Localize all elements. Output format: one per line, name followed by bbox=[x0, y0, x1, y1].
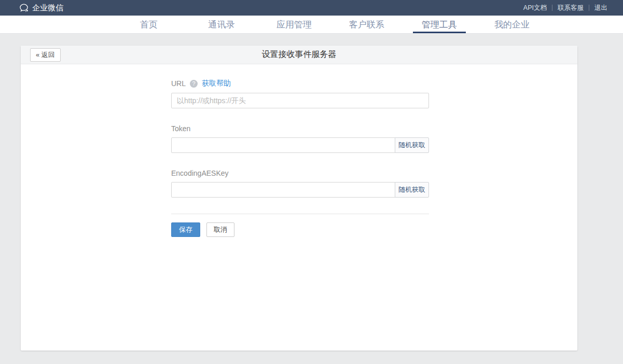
aeskey-input[interactable] bbox=[171, 182, 395, 198]
token-label-row: Token bbox=[171, 124, 429, 133]
help-icon[interactable] bbox=[190, 80, 198, 88]
tab-customer-contact[interactable]: 客户联系 bbox=[330, 16, 403, 33]
page-title: 设置接收事件服务器 bbox=[262, 49, 337, 60]
settings-card: « 返回 设置接收事件服务器 URL 获取帮助 Token bbox=[21, 46, 577, 351]
tab-admin-tools[interactable]: 管理工具 bbox=[403, 16, 476, 33]
aeskey-input-group: 随机获取 bbox=[171, 182, 429, 198]
url-label: URL bbox=[171, 79, 186, 88]
back-button[interactable]: « 返回 bbox=[30, 48, 61, 62]
url-field: URL 获取帮助 bbox=[171, 79, 429, 108]
aeskey-random-button[interactable]: 随机获取 bbox=[395, 182, 429, 198]
tab-contacts[interactable]: 通讯录 bbox=[185, 16, 258, 33]
save-button[interactable]: 保存 bbox=[171, 222, 200, 237]
tab-home[interactable]: 首页 bbox=[113, 16, 185, 33]
separator bbox=[589, 5, 589, 11]
brand: 企业微信 bbox=[19, 3, 63, 13]
url-label-row: URL 获取帮助 bbox=[171, 79, 429, 88]
cancel-button[interactable]: 取消 bbox=[206, 222, 234, 237]
token-input-group: 随机获取 bbox=[171, 137, 429, 153]
aeskey-field: EncodingAESKey 随机获取 bbox=[171, 169, 429, 198]
url-input[interactable] bbox=[171, 93, 429, 108]
aeskey-label-row: EncodingAESKey bbox=[171, 169, 429, 177]
topbar-link-contact-support[interactable]: 联系客服 bbox=[558, 4, 584, 12]
token-label: Token bbox=[171, 124, 190, 133]
divider bbox=[171, 214, 429, 214]
topbar: 企业微信 API文档 联系客服 退出 bbox=[0, 0, 623, 16]
separator bbox=[552, 5, 552, 11]
token-field: Token 随机获取 bbox=[171, 124, 429, 153]
card-header: « 返回 设置接收事件服务器 bbox=[21, 46, 577, 64]
token-input[interactable] bbox=[171, 137, 395, 153]
get-help-link[interactable]: 获取帮助 bbox=[202, 79, 231, 88]
receive-event-server-form: URL 获取帮助 Token 随机获取 bbox=[171, 79, 429, 237]
card-body: URL 获取帮助 Token 随机获取 bbox=[21, 64, 577, 237]
main-nav: 首页 通讯录 应用管理 客户联系 管理工具 我的企业 bbox=[0, 16, 623, 34]
form-actions: 保存 取消 bbox=[171, 222, 429, 237]
tab-app-management[interactable]: 应用管理 bbox=[258, 16, 330, 33]
brand-name: 企业微信 bbox=[32, 3, 63, 13]
nav-tab-list: 首页 通讯录 应用管理 客户联系 管理工具 我的企业 bbox=[113, 16, 623, 33]
wechat-work-logo-icon bbox=[19, 3, 29, 13]
topbar-link-api-docs[interactable]: API文档 bbox=[523, 4, 547, 12]
topbar-link-logout[interactable]: 退出 bbox=[594, 4, 607, 12]
aeskey-label: EncodingAESKey bbox=[171, 169, 229, 177]
topbar-links: API文档 联系客服 退出 bbox=[523, 4, 607, 12]
token-random-button[interactable]: 随机获取 bbox=[395, 137, 429, 153]
tab-my-company[interactable]: 我的企业 bbox=[476, 16, 548, 33]
